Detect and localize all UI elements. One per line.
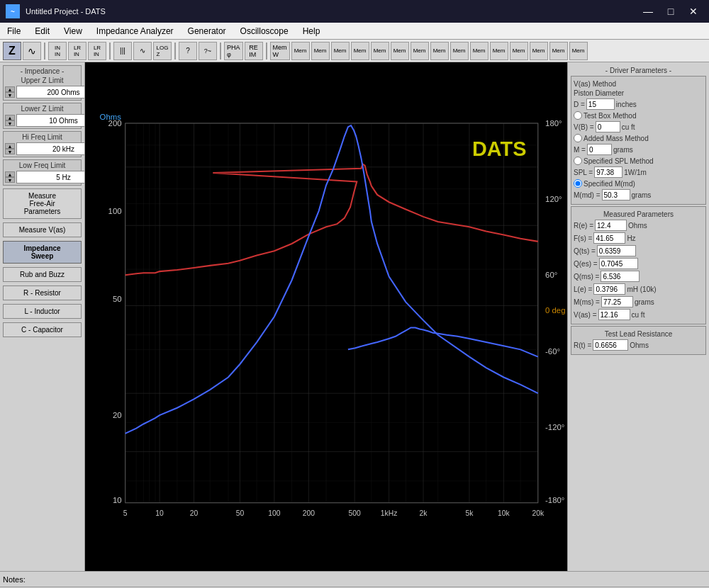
hi-freq-input[interactable] [16, 142, 85, 155]
upper-z-spinner[interactable]: ▲ ▼ [5, 86, 15, 98]
m-input[interactable] [587, 144, 612, 155]
hi-freq-spinner[interactable]: ▲ ▼ [5, 143, 15, 154]
toolbar-mem11-btn[interactable]: Mem [470, 42, 489, 60]
qes-label: Q(es) = [574, 260, 598, 268]
qts-input[interactable] [597, 245, 636, 256]
c-capacitor-button[interactable]: C - Capacitor [3, 322, 82, 337]
toolbar-phase-btn[interactable]: PHAφ [224, 42, 243, 60]
upper-z-input[interactable] [16, 86, 85, 98]
toolbar-bars-btn[interactable]: ||| [113, 42, 132, 60]
y-label-100: 100 [108, 207, 122, 215]
hi-freq-up[interactable]: ▲ [5, 143, 15, 149]
x-label-500: 500 [349, 509, 361, 517]
toolbar-in-btn[interactable]: ININ [48, 42, 67, 60]
d-input[interactable] [586, 98, 615, 110]
lower-z-down[interactable]: ▼ [5, 120, 15, 126]
specified-spl-radio[interactable] [574, 157, 582, 165]
toolbar-mem8-btn[interactable]: Mem [411, 42, 429, 60]
toolbar-mem4-btn[interactable]: Mem [331, 42, 350, 60]
rub-buzz-button[interactable]: Rub and Buzz [3, 267, 82, 282]
menu-view[interactable]: View [57, 23, 89, 39]
right-panel: - Driver Parameters - V(as) Method Pisto… [567, 62, 709, 571]
l-inductor-button[interactable]: L - Inductor [3, 304, 82, 319]
low-freq-down[interactable]: ▼ [5, 177, 15, 183]
qes-row: Q(es) = [574, 258, 703, 269]
toolbar-help2-btn[interactable]: ?~ [199, 42, 217, 60]
vas-input[interactable] [598, 309, 630, 320]
toolbar: Z ∿ ININ LRIN LRIN ||| ∿ LOGZ ? ?~ PHAφ … [0, 40, 709, 62]
toolbar-mem6-btn[interactable]: Mem [371, 42, 389, 60]
close-button[interactable]: ✕ [683, 4, 703, 19]
toolbar-log-btn[interactable]: LOGZ [153, 42, 172, 60]
low-freq-label: Low Freq Limit [5, 162, 79, 169]
hi-freq-down[interactable]: ▼ [5, 149, 15, 154]
toolbar-mem7-btn[interactable]: Mem [391, 42, 409, 60]
toolbar-mem15-btn[interactable]: Mem [549, 42, 568, 60]
toolbar-lr2-btn[interactable]: LRIN [88, 42, 106, 60]
low-freq-spinner[interactable]: ▲ ▼ [5, 171, 15, 183]
toolbar-mem12-btn[interactable]: Mem [490, 42, 508, 60]
piston-diameter-label: Piston Diameter [574, 89, 624, 97]
specified-mmd-radio[interactable] [574, 179, 582, 188]
low-freq-up[interactable]: ▲ [5, 171, 15, 177]
fs-input[interactable] [593, 232, 625, 244]
low-freq-input[interactable] [16, 171, 85, 183]
x-label-20: 20 [190, 509, 199, 517]
spl-input[interactable] [594, 166, 623, 178]
x-label-5k: 5k [465, 509, 474, 517]
specified-spl-label: Specified SPL Method [584, 157, 654, 165]
impedance-sweep-button[interactable]: Impedance Sweep [3, 241, 82, 264]
toolbar-mem2-btn[interactable]: Mem [291, 42, 310, 60]
measure-vas-button[interactable]: Measure V(as) [3, 222, 82, 237]
menu-help[interactable]: Help [296, 23, 328, 39]
chart-svg: 200 100 50 20 10 Ohms 180° 120° 60° 0 de… [85, 62, 567, 571]
y-right-label-60: 60° [545, 271, 557, 279]
toolbar-mem10-btn[interactable]: Mem [450, 42, 469, 60]
toolbar-mem3-btn[interactable]: Mem [311, 42, 330, 60]
menu-impedance-analyzer[interactable]: Impedance Analyzer [89, 23, 181, 39]
maximize-button[interactable]: □ [661, 4, 681, 19]
toolbar-mem14-btn[interactable]: Mem [530, 42, 548, 60]
mms-input[interactable] [601, 296, 633, 307]
vb-input[interactable] [596, 121, 620, 132]
toolbar-wave2-btn[interactable]: ∿ [133, 42, 152, 60]
toolbar-mem9-btn[interactable]: Mem [430, 42, 449, 60]
menu-oscilloscope[interactable]: Oscilloscope [233, 23, 296, 39]
minimize-button[interactable]: — [638, 4, 658, 19]
re-input[interactable] [595, 220, 627, 231]
toolbar-help-btn[interactable]: ? [179, 42, 197, 60]
test-box-radio[interactable] [574, 111, 582, 120]
added-mass-radio[interactable] [574, 134, 582, 142]
menu-edit[interactable]: Edit [28, 23, 57, 39]
lower-z-up[interactable]: ▲ [5, 115, 15, 120]
toolbar-lr-btn[interactable]: LRIN [68, 42, 86, 60]
y-right-label-180: 180° [545, 119, 562, 128]
toolbar-mem5-btn[interactable]: Mem [351, 42, 369, 60]
menu-generator[interactable]: Generator [181, 23, 233, 39]
upper-z-down[interactable]: ▼ [5, 92, 15, 98]
mmd-input[interactable] [602, 189, 630, 200]
vas-unit: cu ft [632, 311, 645, 319]
le-input[interactable] [593, 283, 625, 295]
m-label: M = [574, 146, 586, 154]
menu-file[interactable]: File [0, 23, 28, 39]
test-box-label: Test Box Method [584, 112, 636, 120]
mmd-label: M(md) = [574, 191, 601, 199]
qes-input[interactable] [599, 258, 638, 269]
rt-input[interactable] [593, 339, 628, 351]
toolbar-mem13-btn[interactable]: Mem [510, 42, 528, 60]
test-box-row: Test Box Method [574, 111, 703, 120]
toolbar-z-btn[interactable]: Z [3, 42, 21, 60]
measure-free-air-button[interactable]: Measure Free-Air Parameters [3, 188, 82, 219]
x-label-200: 200 [303, 509, 315, 517]
r-resistor-button[interactable]: R - Resistor [3, 285, 82, 300]
toolbar-mem16-btn[interactable]: Mem [569, 42, 588, 60]
upper-z-up[interactable]: ▲ [5, 86, 15, 92]
toolbar-mem-btn[interactable]: MemW [270, 42, 290, 60]
lower-z-input[interactable] [16, 114, 85, 127]
toolbar-wave-btn[interactable]: ∿ [23, 42, 41, 60]
qms-input[interactable] [601, 271, 640, 282]
toolbar-reim-btn[interactable]: REIM [245, 42, 263, 60]
test-lead-title: Test Lead Resistance [574, 330, 703, 338]
lower-z-spinner[interactable]: ▲ ▼ [5, 115, 15, 126]
